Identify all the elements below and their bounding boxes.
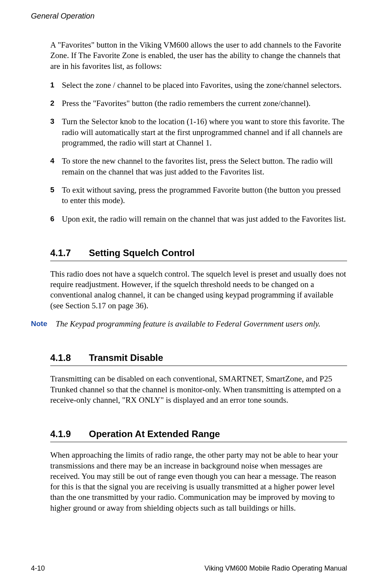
content-area: A "Favorites" button in the Viking VM600… — [50, 40, 347, 513]
section-title: Transmit Disable — [89, 352, 163, 363]
step-item: 4 To store the new channel to the favori… — [50, 156, 347, 177]
section-transmit-disable: 4.1.8Transmit Disable Transmitting can b… — [50, 352, 347, 405]
section-body: When approaching the limits of radio ran… — [50, 450, 347, 513]
step-number: 4 — [50, 156, 62, 177]
step-item: 5 To exit without saving, press the prog… — [50, 185, 347, 206]
step-text: Select the zone / channel to be placed i… — [62, 80, 347, 91]
page-footer: 4-10 Viking VM600 Mobile Radio Operating… — [31, 564, 347, 573]
section-body: This radio does not have a squelch contr… — [50, 269, 347, 311]
page-header-title: General Operation — [31, 12, 347, 21]
step-text: Upon exit, the radio will remain on the … — [62, 214, 347, 224]
section-heading: 4.1.7Setting Squelch Control — [50, 248, 347, 261]
step-text: To store the new channel to the favorite… — [62, 156, 347, 177]
section-heading: 4.1.9Operation At Extended Range — [50, 429, 347, 442]
step-text: To exit without saving, press the progra… — [62, 185, 347, 206]
section-title: Setting Squelch Control — [89, 248, 194, 258]
step-number: 1 — [50, 80, 62, 91]
section-squelch: 4.1.7Setting Squelch Control This radio … — [50, 248, 347, 329]
doc-title: Viking VM600 Mobile Radio Operating Manu… — [204, 564, 347, 573]
step-item: 2 Press the "Favorites" button (the radi… — [50, 98, 347, 109]
page-number: 4-10 — [31, 564, 45, 573]
intro-paragraph: A "Favorites" button in the Viking VM600… — [50, 40, 347, 72]
section-extended-range: 4.1.9Operation At Extended Range When ap… — [50, 429, 347, 513]
note-text: The Keypad programming feature is availa… — [56, 319, 347, 329]
section-number: 4.1.9 — [50, 429, 89, 439]
section-body: Transmitting can be disabled on each con… — [50, 374, 347, 405]
step-text: Turn the Selector knob to the location (… — [62, 116, 347, 148]
step-item: 6 Upon exit, the radio will remain on th… — [50, 214, 347, 224]
note-row: Note The Keypad programming feature is a… — [31, 319, 347, 329]
note-label: Note — [31, 319, 50, 329]
step-number: 5 — [50, 185, 62, 206]
step-number: 6 — [50, 214, 62, 224]
section-title: Operation At Extended Range — [89, 429, 220, 439]
step-text: Press the "Favorites" button (the radio … — [62, 98, 347, 109]
step-item: 1 Select the zone / channel to be placed… — [50, 80, 347, 91]
section-heading: 4.1.8Transmit Disable — [50, 352, 347, 366]
step-number: 2 — [50, 98, 62, 109]
step-number: 3 — [50, 116, 62, 148]
section-number: 4.1.7 — [50, 248, 89, 258]
section-number: 4.1.8 — [50, 352, 89, 363]
step-item: 3 Turn the Selector knob to the location… — [50, 116, 347, 148]
